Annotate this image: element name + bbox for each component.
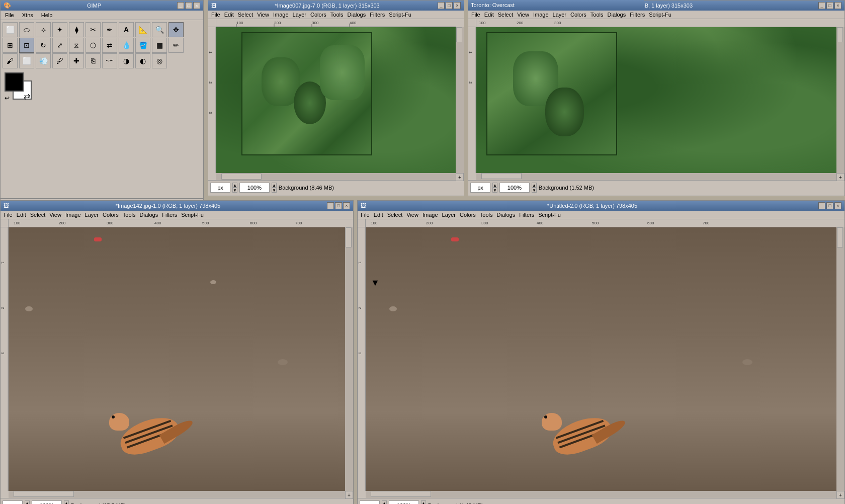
win4-hscroll-track[interactable]: [366, 491, 836, 498]
win3-hscroll-track[interactable]: [9, 491, 345, 498]
bucket-fill-tool[interactable]: 🪣: [135, 38, 150, 53]
win4-zoom-up[interactable]: ▲: [421, 500, 426, 505]
w4-edit[interactable]: Edit: [374, 212, 383, 218]
win3-unit[interactable]: [3, 500, 23, 505]
win2-zoom-down[interactable]: ▼: [532, 188, 537, 193]
text-tool[interactable]: A: [119, 22, 134, 37]
close-button[interactable]: ×: [193, 2, 200, 9]
w2-image[interactable]: Image: [533, 12, 549, 18]
win2-unit-down[interactable]: ▼: [492, 188, 497, 193]
win4-vscroll[interactable]: [836, 227, 844, 491]
w2-colors[interactable]: Colors: [570, 12, 586, 18]
win1-unit-up[interactable]: ▲: [232, 183, 237, 188]
scale-tool[interactable]: ⤢: [52, 38, 67, 53]
measure-tool[interactable]: 📐: [135, 22, 150, 37]
convolve-tool[interactable]: ◎: [152, 53, 167, 68]
ellipse-select-tool[interactable]: ⬭: [19, 22, 34, 37]
eraser-tool[interactable]: ⬜: [19, 53, 34, 68]
win2-canvas[interactable]: [476, 27, 836, 173]
win3-close[interactable]: ×: [343, 202, 350, 209]
align-tool[interactable]: ⊞: [3, 38, 18, 53]
w4-layer[interactable]: Layer: [442, 212, 456, 218]
w3-view[interactable]: View: [49, 212, 61, 218]
win4-corner-btn[interactable]: +: [836, 491, 844, 499]
w2-select[interactable]: Select: [498, 12, 514, 18]
win1-unit-down[interactable]: ▼: [232, 188, 237, 193]
win4-unit-up[interactable]: ▲: [382, 500, 387, 505]
rotate-tool[interactable]: ↻: [36, 38, 51, 53]
smudge-tool[interactable]: 〰: [102, 53, 117, 68]
w3-colors[interactable]: Colors: [103, 212, 119, 218]
free-select-tool[interactable]: ⟡: [36, 22, 51, 37]
win1-canvas[interactable]: [216, 27, 456, 173]
win3-canvas[interactable]: [9, 227, 345, 491]
win1-maximize[interactable]: □: [446, 2, 453, 9]
w3-scriptfu[interactable]: Script-Fu: [181, 212, 204, 218]
win1-zoom-down[interactable]: ▼: [272, 188, 277, 193]
win2-unit[interactable]: [470, 183, 490, 193]
win1-close[interactable]: ×: [454, 2, 461, 9]
w4-view[interactable]: View: [406, 212, 418, 218]
win1-zoom[interactable]: [239, 183, 270, 193]
pencil-tool[interactable]: ✏: [168, 38, 184, 53]
perspective-tool[interactable]: ⬡: [86, 38, 101, 53]
win3-zoom-up[interactable]: ▲: [64, 500, 69, 505]
win4-close[interactable]: ×: [834, 202, 841, 209]
w2-scriptfu[interactable]: Script-Fu: [649, 12, 671, 18]
win2-corner-btn[interactable]: +: [836, 173, 844, 181]
ink-tool[interactable]: 🖋: [52, 53, 67, 68]
w2-view[interactable]: View: [517, 12, 529, 18]
w1-edit[interactable]: Edit: [224, 12, 234, 18]
paintbrush-tool[interactable]: 🖌: [3, 53, 18, 68]
w4-dialogs[interactable]: Dialogs: [497, 212, 516, 218]
heal-tool[interactable]: ✚: [69, 53, 84, 68]
desaturate-tool[interactable]: ◐: [135, 53, 150, 68]
shear-tool[interactable]: ⧖: [69, 38, 84, 53]
win3-corner-btn[interactable]: +: [345, 491, 353, 499]
win3-maximize[interactable]: □: [335, 202, 342, 209]
w3-select[interactable]: Select: [30, 212, 46, 218]
menu-help[interactable]: Help: [40, 12, 54, 19]
foreground-color[interactable]: [5, 72, 24, 92]
fuzzy-select-tool[interactable]: ✦: [52, 22, 67, 37]
win2-hscroll-thumb[interactable]: [481, 173, 522, 179]
w1-image[interactable]: Image: [273, 12, 289, 18]
win2-vscroll[interactable]: [836, 27, 844, 173]
win2-zoom-up[interactable]: ▲: [532, 183, 537, 188]
maximize-button[interactable]: □: [185, 2, 192, 9]
w1-scriptfu[interactable]: Script-Fu: [389, 12, 411, 18]
win4-maximize[interactable]: □: [826, 202, 833, 209]
w4-file[interactable]: File: [361, 212, 370, 218]
scissors-tool[interactable]: ✂: [86, 22, 101, 37]
w3-edit[interactable]: Edit: [17, 212, 26, 218]
win4-zoom[interactable]: [389, 500, 419, 505]
w1-file[interactable]: File: [211, 12, 220, 18]
win2-vscroll-thumb[interactable]: [837, 27, 843, 42]
win2-zoom[interactable]: [499, 183, 530, 193]
win3-hscroll-thumb[interactable]: [14, 491, 74, 497]
w1-tools[interactable]: Tools: [330, 12, 344, 18]
w2-edit[interactable]: Edit: [484, 12, 494, 18]
w2-filters[interactable]: Filters: [630, 12, 645, 18]
move-tool[interactable]: ✥: [168, 22, 184, 37]
win1-zoom-up[interactable]: ▲: [272, 183, 277, 188]
win1-unit[interactable]: [210, 183, 230, 193]
win3-vscroll-thumb[interactable]: [346, 227, 352, 247]
crop-tool[interactable]: ⊡: [19, 38, 34, 53]
win3-minimize[interactable]: _: [327, 202, 334, 209]
w2-file[interactable]: File: [471, 12, 480, 18]
w1-dialogs[interactable]: Dialogs: [348, 12, 366, 18]
swap-colors[interactable]: ⇄: [24, 92, 30, 101]
dodge-burn-tool[interactable]: ◑: [119, 53, 134, 68]
w1-colors[interactable]: Colors: [310, 12, 326, 18]
w3-layer[interactable]: Layer: [85, 212, 99, 218]
win1-minimize[interactable]: _: [438, 2, 445, 9]
win2-hscroll-track[interactable]: [476, 173, 836, 180]
win3-unit-up[interactable]: ▲: [25, 500, 30, 505]
win1-corner-btn[interactable]: +: [456, 173, 464, 181]
w3-image[interactable]: Image: [65, 212, 81, 218]
minimize-button[interactable]: _: [177, 2, 184, 9]
win1-vscroll-track[interactable]: [456, 27, 464, 173]
clone-tool[interactable]: ⎘: [86, 53, 101, 68]
win4-canvas[interactable]: ▼: [366, 227, 836, 491]
